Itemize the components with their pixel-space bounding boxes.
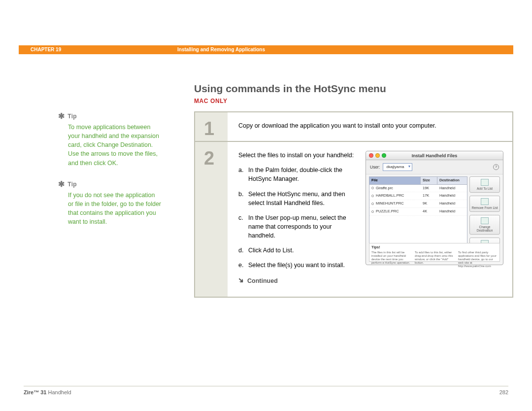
file-list[interactable]: File Size Destination Giraffe.prc19KHand… [369,176,467,253]
user-row: User: dkajiyama ? [366,160,503,174]
col-file[interactable]: File [369,177,421,184]
tips-sidebar: ✱Tip To move applications between your h… [58,111,162,238]
substep-marker: c. [238,213,248,240]
help-icon[interactable]: ? [493,164,499,170]
file-name: HARDBALL.PRC [376,193,404,198]
step-intro: Select the files to install on your hand… [238,151,357,160]
file-size: 19K [421,185,437,192]
chapter-label: CHAPTER 19 [31,45,61,54]
button-label: Change Destination [477,225,493,232]
main-content: Using commands in the HotSync menu MAC O… [194,83,513,298]
substep: b.Select the HotSync menu, and then sele… [238,190,357,207]
user-label: User: [370,164,380,170]
file-size: 17K [421,192,437,200]
substep: c.In the User pop-up menu, select the na… [238,213,357,240]
substep-marker: a. [238,166,248,183]
substep-text: In the User pop-up menu, select the name… [248,213,357,240]
button-label: Add To List [477,187,493,190]
page: CHAPTER 19 Installing and Removing Appli… [0,0,532,411]
tip-heading: ✱Tip [58,179,162,189]
tip-heading: ✱Tip [58,111,162,121]
product-rest: Handheld [46,389,71,395]
file-list-header: File Size Destination [369,177,467,185]
step-number: 2 [195,142,228,297]
step-text: Copy or download the application you wan… [238,121,503,130]
minimize-icon[interactable] [375,153,380,158]
product-bold: Zire™ 31 [24,389,46,395]
file-dest: Handheld [437,185,467,192]
step-content: Copy or download the application you wan… [228,112,512,141]
substep: d.Click Add to List. [238,246,357,255]
header-bar: CHAPTER 19 Installing and Removing Appli… [19,45,513,54]
continued-label: Continued [247,277,278,284]
file-dest: Handheld [437,192,467,200]
tips-label: Tips! [371,245,498,250]
tips-col: To find other third party applications a… [458,251,498,268]
tips-col: To add files to this list, either drag-a… [415,251,454,268]
file-row[interactable]: MINEHUNT.PRC9KHandheld [369,200,467,208]
tip-text: To move applications between your handhe… [68,123,162,168]
tips-panel: Tips! The files in this list will be ins… [369,243,500,262]
file-name: PUZZLE.PRC [376,209,399,213]
add-icon [481,179,489,186]
tips-columns: The files in this list will be installed… [371,251,498,268]
remove-icon [481,198,489,205]
col-size[interactable]: Size [421,177,437,184]
file-dest: Handheld [437,200,467,207]
traffic-lights [369,153,386,158]
file-name: MINEHUNT.PRC [376,201,404,206]
page-footer: Zire™ 31 Handheld 282 [24,386,508,395]
asterisk-icon: ✱ [58,112,65,120]
file-name: Giraffe.prc [376,186,393,190]
bullet-icon [371,203,374,205]
continued-indicator: ➔Continued [238,275,357,285]
substep-marker: e. [238,261,248,270]
install-handheld-files-window: Install Handheld Files User: dkajiyama ?… [366,151,503,265]
close-icon[interactable] [369,153,373,158]
section-title: Installing and Removing Applications [177,45,265,54]
add-to-list-button[interactable]: Add To List [469,176,500,193]
substep-marker: b. [238,190,248,207]
window-title: Install Handheld Files [366,151,503,160]
page-heading: Using commands in the HotSync menu [194,83,513,95]
substep: a.In the Palm folder, double-click the H… [238,166,357,183]
tip-block: ✱Tip If you do not see the application o… [58,179,162,227]
remove-from-list-button[interactable]: Remove From List [469,196,500,212]
file-size: 9K [421,200,437,207]
bullet-icon [371,210,374,213]
user-select[interactable]: dkajiyama [383,163,412,171]
change-destination-button[interactable]: Change Destination [469,215,500,235]
page-number: 282 [499,389,508,395]
tip-text: If you do not see the application or fil… [68,191,162,227]
arrow-icon: ➔ [236,275,247,286]
file-dest: Handheld [437,208,467,215]
file-row[interactable]: Giraffe.prc19KHandheld [369,185,467,193]
substep-text: Select the file(s) you want to install. [248,261,357,270]
step-row-2: 2 Select the files to install on your ha… [195,141,512,297]
platform-label: MAC ONLY [194,98,513,104]
substep-text: In the Palm folder, double-click the Hot… [248,166,357,183]
step-number: 1 [195,112,228,141]
bullet-icon [371,195,374,197]
asterisk-icon: ✱ [58,180,65,188]
button-label: Remove From List [471,206,498,209]
substep-marker: d. [238,246,248,255]
substep-text: Select the HotSync menu, and then select… [248,190,357,207]
file-row[interactable]: PUZZLE.PRC4KHandheld [369,208,467,216]
step-row-1: 1 Copy or download the application you w… [195,112,512,141]
window-titlebar: Install Handheld Files [366,151,503,160]
tip-label: Tip [67,113,77,120]
substep-list: a.In the Palm folder, double-click the H… [238,166,357,270]
tip-label: Tip [67,181,77,188]
col-destination[interactable]: Destination [437,177,467,184]
file-row[interactable]: HARDBALL.PRC17KHandheld [369,192,467,200]
zoom-icon[interactable] [382,153,386,158]
product-name: Zire™ 31 Handheld [24,389,71,395]
bullet-icon [371,187,374,189]
tip-block: ✱Tip To move applications between your h… [58,111,162,168]
substep-text: Click Add to List. [248,246,357,255]
file-size: 4K [421,208,437,215]
side-buttons: Add To List Remove From List Change Dest… [469,174,503,253]
steps-panel: 1 Copy or download the application you w… [194,111,513,298]
step-text: Select the files to install on your hand… [238,151,357,286]
